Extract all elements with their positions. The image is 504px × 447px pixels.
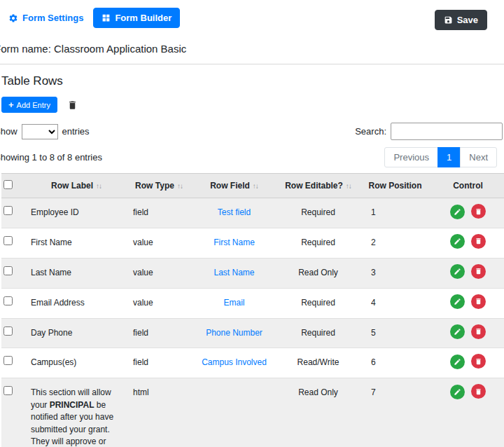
row-editable-cell: Required <box>278 228 358 258</box>
row-field-link[interactable]: Test field <box>218 207 251 217</box>
pagination: Previous 1 Next <box>384 147 497 167</box>
grid-icon <box>102 13 111 22</box>
row-type-cell: field <box>127 198 190 228</box>
column-header-row-field[interactable]: Row Field↑↓ <box>190 174 278 198</box>
delete-row-button[interactable] <box>471 204 486 219</box>
form-name-text: Form name: Classroom Application Basic <box>0 43 503 55</box>
column-header-row-editable[interactable]: Row Editable?↑↓ <box>278 174 358 198</box>
row-label-cell: Employee ID <box>25 198 127 228</box>
column-header-control: Control <box>432 174 504 198</box>
pagination-next[interactable]: Next <box>460 147 497 167</box>
toolbar: Form Settings Form Builder Save <box>1 4 503 32</box>
row-position-cell: 3 <box>358 258 432 288</box>
row-type-cell: value <box>127 228 190 258</box>
divider <box>0 64 504 64</box>
row-label-cell: First Name <box>25 228 127 258</box>
row-field-link[interactable]: Phone Number <box>206 328 262 338</box>
search-label: Search: <box>355 126 386 137</box>
column-header-label: Row Position <box>369 181 422 191</box>
info-and-pagination-row: Showing 1 to 8 of 8 entries Previous 1 N… <box>1 147 503 167</box>
row-label-cell: Campus(es) <box>25 348 127 378</box>
row-checkbox[interactable] <box>4 236 13 245</box>
floppy-icon <box>444 15 453 25</box>
row-label-cell: Day Phone <box>25 318 127 348</box>
delete-row-button[interactable] <box>471 294 486 309</box>
row-editable-cell: Read/Write <box>278 348 358 378</box>
add-entry-label: Add Entry <box>17 101 50 109</box>
row-type-cell: html <box>127 378 190 447</box>
column-header-label: Row Field <box>210 181 250 191</box>
add-entry-button[interactable]: + Add Entry <box>1 97 57 113</box>
row-position-cell: 4 <box>358 288 432 318</box>
edit-row-button[interactable] <box>450 355 465 369</box>
delete-row-button[interactable] <box>471 384 486 399</box>
save-button[interactable]: Save <box>435 10 487 30</box>
show-entries-select[interactable] <box>22 124 58 139</box>
row-field-link[interactable]: Email <box>223 298 244 308</box>
sort-icon: ↑↓ <box>253 182 258 190</box>
sort-icon: ↑↓ <box>96 182 102 190</box>
table-row: Email Address value Email Required 4 <box>1 288 504 318</box>
row-checkbox[interactable] <box>4 266 13 275</box>
edit-row-button[interactable] <box>450 234 465 249</box>
row-position-cell: 7 <box>358 378 432 447</box>
table-row: Employee ID field Test field Required 1 <box>1 198 504 228</box>
edit-row-button[interactable] <box>450 264 465 279</box>
row-checkbox[interactable] <box>4 296 13 305</box>
row-checkbox[interactable] <box>4 356 13 365</box>
column-header-label: Control <box>453 181 483 191</box>
table-header-row: Row Label↑↓Row Type↑↓Row Field↑↓Row Edit… <box>1 174 504 198</box>
row-editable-cell: Required <box>278 318 358 348</box>
edit-row-button[interactable] <box>450 385 465 399</box>
delete-entries-button[interactable] <box>67 99 78 111</box>
table-info: Showing 1 to 8 of 8 entries <box>0 152 102 163</box>
row-type-cell: value <box>127 288 190 318</box>
edit-row-button[interactable] <box>450 205 465 219</box>
row-position-cell: 5 <box>358 318 432 348</box>
delete-row-button[interactable] <box>471 264 486 279</box>
column-header-row-label[interactable]: Row Label↑↓ <box>25 174 127 198</box>
column-header-row-position: Row Position <box>358 174 432 198</box>
plus-icon: + <box>8 100 14 109</box>
sort-icon: ↑↓ <box>177 182 183 190</box>
row-field-link[interactable]: Last Name <box>214 268 254 277</box>
column-header-label: Row Type <box>135 181 174 191</box>
entry-actions: + Add Entry <box>1 97 503 113</box>
page: Form Settings Form Builder Save Form nam… <box>0 0 504 447</box>
pagination-page-1[interactable]: 1 <box>438 147 461 167</box>
form-settings-button[interactable]: Form Settings <box>3 9 89 27</box>
edit-row-button[interactable] <box>450 324 465 339</box>
row-editable-cell: Required <box>278 288 358 318</box>
length-and-search-row: Show entries Search: <box>0 123 503 140</box>
rows-table: Row Label↑↓Row Type↑↓Row Field↑↓Row Edit… <box>1 173 504 447</box>
row-field-link[interactable]: First Name <box>214 238 255 247</box>
form-builder-label: Form Builder <box>115 13 172 23</box>
table-row: Day Phone field Phone Number Required 5 <box>1 318 504 348</box>
section-title: Table Rows <box>1 74 503 88</box>
delete-row-button[interactable] <box>471 234 486 249</box>
column-header-row-type[interactable]: Row Type↑↓ <box>127 174 190 198</box>
delete-row-button[interactable] <box>471 354 486 369</box>
show-label: Show <box>0 126 18 137</box>
row-position-cell: 2 <box>358 228 432 258</box>
row-position-cell: 6 <box>358 348 432 378</box>
row-label-cell: Last Name <box>25 258 127 288</box>
form-settings-label: Form Settings <box>22 13 83 23</box>
row-checkbox[interactable] <box>4 206 13 215</box>
row-position-cell: 1 <box>358 198 432 228</box>
table-row: Campus(es) field Campus Involved Read/Wr… <box>1 348 504 378</box>
delete-row-button[interactable] <box>471 324 486 339</box>
edit-row-button[interactable] <box>450 294 465 309</box>
form-builder-button[interactable]: Form Builder <box>93 8 180 28</box>
row-editable-cell: Required <box>278 198 358 228</box>
search-input[interactable] <box>391 123 503 140</box>
column-header-label: Row Label <box>51 181 93 191</box>
row-editable-cell: Read Only <box>278 378 358 447</box>
row-checkbox[interactable] <box>4 326 13 336</box>
select-all-checkbox[interactable] <box>4 180 13 189</box>
row-field-link[interactable]: Campus Involved <box>202 357 267 367</box>
gear-icon <box>8 13 18 23</box>
row-type-cell: value <box>127 258 190 288</box>
pagination-previous[interactable]: Previous <box>384 147 438 167</box>
row-checkbox[interactable] <box>4 386 13 395</box>
